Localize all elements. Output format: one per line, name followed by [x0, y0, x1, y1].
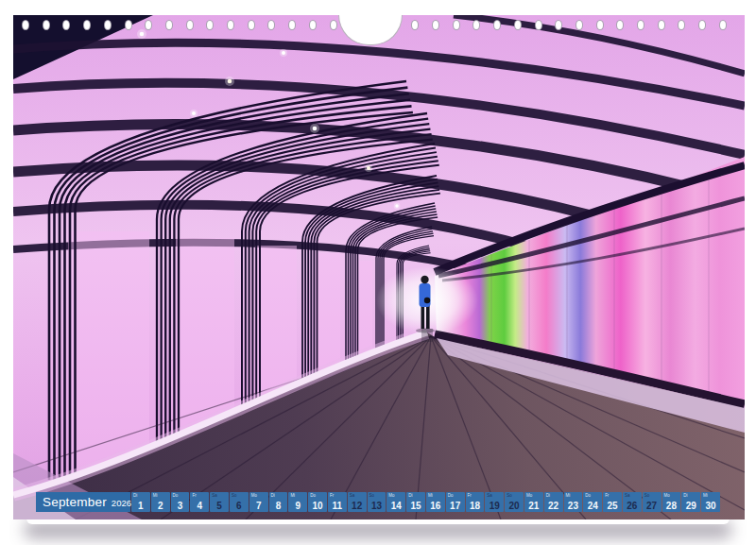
weekday-abbrev: Sa: [212, 493, 217, 498]
weekday-abbrev: Mo: [388, 493, 394, 498]
day-number: 10: [308, 501, 327, 511]
weekday-abbrev: Mo: [664, 493, 670, 498]
day-number: 4: [190, 501, 209, 511]
day-number: 6: [230, 501, 249, 511]
day-number: 22: [544, 501, 563, 511]
year-label: 2026: [112, 493, 131, 513]
weekday-abbrev: Do: [310, 493, 316, 498]
binding-hole: [576, 20, 583, 30]
day-cell: Sa19: [485, 492, 504, 512]
weekday-abbrev: Fr: [605, 493, 609, 498]
day-number: 12: [348, 501, 367, 511]
day-cell: Do3: [171, 492, 190, 512]
weekday-abbrev: Fr: [330, 493, 334, 498]
weekday-abbrev: Do: [173, 493, 179, 498]
weekday-abbrev: Sa: [487, 493, 492, 498]
day-cell: Do17: [446, 492, 465, 512]
day-cell: So13: [368, 492, 387, 512]
day-number: 30: [701, 501, 720, 511]
day-cell: So27: [643, 492, 662, 512]
weekday-abbrev: Di: [408, 493, 412, 498]
day-cell: So6: [230, 492, 249, 512]
day-cell: Mi2: [151, 492, 170, 512]
weekday-abbrev: So: [507, 493, 512, 498]
binding-hole: [596, 20, 604, 30]
day-cell: Di8: [269, 492, 288, 512]
day-cell: Fr4: [190, 492, 209, 512]
day-cell: Di15: [406, 492, 425, 512]
day-cell: Sa26: [623, 492, 642, 512]
weekday-abbrev: Di: [683, 493, 687, 498]
weekday-abbrev: So: [232, 493, 237, 498]
day-cell: Mi30: [701, 492, 720, 512]
day-number: 20: [505, 501, 524, 511]
day-cell: Mi9: [288, 492, 307, 512]
day-cell: Di22: [544, 492, 563, 512]
binding-hole: [658, 20, 665, 30]
day-cell: Do10: [308, 492, 327, 512]
day-number: 3: [171, 501, 190, 511]
month-title-box: September 2026: [36, 492, 130, 512]
day-cell: Mo7: [249, 492, 268, 512]
day-cell: Di1: [131, 492, 150, 512]
tunnel-photo: September 2026 Di1Mi2Do3Fr4Sa5So6Mo7Di8M…: [13, 15, 745, 519]
day-cell: Mo28: [662, 492, 681, 512]
weekday-abbrev: Mo: [526, 493, 532, 498]
day-cell: Fr25: [603, 492, 622, 512]
day-cell: Mi16: [426, 492, 445, 512]
day-number: 5: [210, 501, 229, 511]
day-cell: Mi23: [564, 492, 583, 512]
day-cell: Sa12: [348, 492, 367, 512]
day-number: 18: [466, 501, 485, 511]
weekday-abbrev: So: [644, 493, 650, 498]
calendar-strip: September 2026 Di1Mi2Do3Fr4Sa5So6Mo7Di8M…: [13, 492, 745, 513]
day-number: 13: [368, 501, 387, 511]
binding-hole: [125, 20, 132, 30]
day-number: 21: [524, 501, 543, 511]
day-number: 9: [288, 501, 307, 511]
binding-hole: [719, 20, 727, 30]
binding-hole: [227, 20, 234, 30]
day-cell: Do24: [583, 492, 602, 512]
day-cell: Mo21: [524, 492, 543, 512]
binding-hole: [104, 20, 112, 30]
binding-hole: [514, 20, 522, 30]
day-number: 8: [269, 501, 288, 511]
day-number: 25: [603, 501, 622, 511]
weekday-abbrev: Mi: [428, 493, 433, 498]
binding-hole: [43, 20, 50, 30]
day-number: 19: [485, 501, 504, 511]
weekday-abbrev: Do: [585, 493, 591, 498]
day-cell: Mo14: [387, 492, 405, 512]
day-number: 14: [387, 501, 405, 511]
day-number: 1: [131, 501, 150, 511]
weekday-abbrev: So: [369, 493, 375, 498]
weekday-abbrev: Mi: [566, 493, 571, 498]
weekday-abbrev: Mi: [703, 493, 708, 498]
day-number: 11: [328, 501, 347, 511]
binding-hole: [535, 20, 542, 30]
binding-hole: [330, 20, 337, 30]
binding-hole: [453, 20, 460, 30]
weekday-abbrev: Mo: [251, 493, 257, 498]
day-number: 7: [249, 501, 268, 511]
day-number: 23: [564, 501, 583, 511]
day-number: 28: [662, 501, 681, 511]
weekday-abbrev: Mi: [290, 493, 295, 498]
day-cell: Fr18: [466, 492, 485, 512]
weekday-abbrev: Sa: [350, 493, 355, 498]
binding-hole: [186, 20, 194, 30]
day-cell: Di29: [681, 492, 700, 512]
day-number: 27: [643, 501, 662, 511]
day-number: 2: [151, 501, 170, 511]
day-row: Di1Mi2Do3Fr4Sa5So6Mo7Di8Mi9Do10Fr11Sa12S…: [131, 492, 720, 512]
weekday-abbrev: Di: [546, 493, 550, 498]
binding-hole: [22, 20, 29, 30]
binding-hole: [165, 20, 173, 30]
weekday-abbrev: Di: [271, 493, 275, 498]
day-number: 29: [681, 501, 700, 511]
day-cell: Sa5: [210, 492, 229, 512]
day-cell: Fr11: [328, 492, 347, 512]
weekday-abbrev: Do: [448, 493, 454, 498]
day-number: 15: [406, 501, 425, 511]
